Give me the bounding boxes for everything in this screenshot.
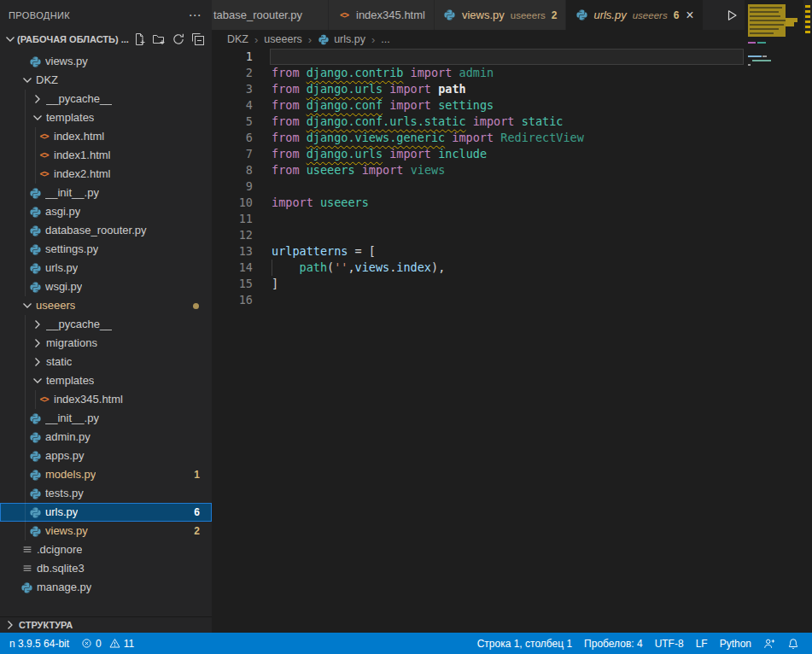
tree-item-index-html[interactable]: <>index.html — [0, 127, 212, 146]
line-number: 11 — [212, 211, 253, 227]
tree-item--dcignore[interactable]: .dcignore — [0, 540, 212, 559]
tree-item-db-sqlite3[interactable]: db.sqlite3 — [0, 559, 212, 578]
tab-close-icon[interactable]: × — [686, 9, 693, 22]
eol-status[interactable]: LF — [690, 638, 714, 650]
run-python-file-icon[interactable] — [723, 6, 740, 25]
breadcrumb: DKZ›useeers›urls.py›... — [212, 30, 812, 49]
refresh-icon[interactable] — [172, 32, 185, 46]
code-line-content: from django.urls import path — [272, 81, 466, 97]
line-number: 1 — [212, 49, 253, 65]
outline-section-header[interactable]: СТРУКТУРА — [0, 616, 212, 633]
code-line: 5from django.conf.urls.static import sta… — [212, 114, 812, 130]
tab-tabase-roouter-py[interactable]: tabase_roouter.py — [212, 0, 329, 30]
html-icon: <> — [38, 131, 50, 143]
tab-label: urls.py — [593, 9, 626, 21]
tree-item-templates[interactable]: templates — [0, 108, 212, 127]
code-line: 16 — [212, 292, 812, 308]
tree-item-label: db.sqlite3 — [37, 559, 85, 578]
python-version-status[interactable]: n 3.9.5 64-bit — [3, 638, 75, 650]
tab-label: views.py — [462, 9, 505, 21]
breadcrumb-item[interactable]: ... — [381, 33, 389, 45]
tree-item-urls-py[interactable]: urls.py6 — [0, 503, 212, 522]
code-line-content: from django.conf import settings — [272, 97, 494, 114]
cursor-position-status[interactable]: Строка 1, столбец 1 — [471, 638, 578, 650]
tree-item-models-py[interactable]: models.py1 — [0, 465, 212, 484]
tree-item-index1-html[interactable]: <>index1.html — [0, 146, 212, 165]
indent-guide — [25, 334, 26, 353]
tab-views-py[interactable]: views.pyuseeers2 — [435, 0, 566, 30]
breadcrumb-item[interactable]: DKZ — [227, 33, 248, 45]
overview-ruler[interactable] — [803, 0, 812, 633]
tree-item-index345-html[interactable]: <>index345.html — [0, 390, 212, 409]
language-mode-status[interactable]: Python — [714, 638, 757, 650]
indent-guide — [25, 315, 26, 334]
tree-item-label: __pycache__ — [46, 315, 112, 334]
code-line-content: from django.conf.urls.static import stat… — [272, 114, 563, 130]
python-icon — [29, 431, 42, 444]
tree-item--pycache-[interactable]: __pycache__ — [0, 90, 212, 108]
indent-guide — [25, 371, 26, 390]
tree-item-useeers[interactable]: useeers — [0, 296, 212, 315]
indent-guide — [25, 184, 26, 202]
problems-badge: 6 — [194, 503, 200, 522]
line-number: 13 — [212, 243, 253, 260]
tree-item-views-py[interactable]: views.py2 — [0, 522, 212, 540]
python-icon — [575, 9, 588, 22]
tree-item--init-py[interactable]: __init__.py — [0, 184, 212, 202]
indent-guide — [25, 409, 26, 428]
code-line-content: from django.contrib import admin — [272, 65, 494, 81]
tree-item-migrations[interactable]: migrations — [0, 334, 212, 353]
new-folder-icon[interactable] — [152, 32, 166, 46]
tree-item-static[interactable]: static — [0, 353, 212, 371]
tree-item-tests-py[interactable]: tests.py — [0, 484, 212, 503]
problems-badge: 1 — [194, 465, 200, 484]
tree-item-admin-py[interactable]: admin.py — [0, 428, 212, 447]
workspace-section-header[interactable]: (РАБОЧАЯ ОБЛАСТЬ) ... — [0, 30, 212, 49]
code-editor[interactable]: 12from django.contrib import admin3from … — [212, 49, 812, 633]
tree-item--pycache-[interactable]: __pycache__ — [0, 315, 212, 334]
minimap-line — [750, 28, 779, 30]
tree-item-label: migrations — [46, 334, 97, 353]
tree-item-label: templates — [46, 108, 94, 127]
tree-item-apps-py[interactable]: apps.py — [0, 447, 212, 465]
breadcrumb-separator: › — [254, 33, 258, 46]
tree-item--init-py[interactable]: __init__.py — [0, 409, 212, 428]
feedback-icon[interactable] — [757, 638, 781, 650]
minimap-line — [750, 24, 784, 26]
minimap[interactable] — [745, 0, 803, 633]
tree-item-templates[interactable]: templates — [0, 371, 212, 390]
minimap-warning-ext — [786, 22, 794, 26]
tab-urls-py[interactable]: urls.pyuseeers6× — [566, 0, 703, 30]
tree-item-dkz[interactable]: DKZ — [0, 71, 212, 90]
problems-badge: 2 — [194, 522, 200, 540]
breadcrumb-item[interactable]: urls.py — [334, 33, 365, 45]
tab-index345-html[interactable]: <>index345.html — [329, 0, 435, 30]
new-file-icon[interactable] — [132, 32, 146, 46]
status-left: n 3.9.5 64-bit 0 11 — [3, 638, 140, 650]
tree-item-manage-py[interactable]: manage.py — [0, 578, 212, 597]
tab-problems-badge: 2 — [552, 9, 558, 21]
minimap-line — [752, 60, 771, 61]
breadcrumb-separator: › — [308, 33, 312, 46]
tree-item-views-py[interactable]: views.py — [0, 52, 212, 71]
problems-status[interactable]: 0 11 — [75, 638, 140, 650]
breadcrumb-item[interactable]: useeers — [264, 33, 301, 45]
collapse-all-icon[interactable] — [191, 32, 205, 46]
tree-item-index2-html[interactable]: <>index2.html — [0, 165, 212, 184]
tree-item-asgi-py[interactable]: asgi.py — [0, 202, 212, 221]
tree-item-urls-py[interactable]: urls.py — [0, 259, 212, 277]
tab-problems-badge: 6 — [674, 9, 680, 21]
explorer-more-actions-icon[interactable]: ⋯ — [189, 8, 202, 23]
chevron-right-icon — [31, 336, 44, 350]
notifications-bell-icon[interactable] — [781, 638, 805, 650]
indentation-status[interactable]: Пробелов: 4 — [578, 638, 649, 650]
tree-item-settings-py[interactable]: settings.py — [0, 240, 212, 259]
tree-item-wsgi-py[interactable]: wsgi.py — [0, 277, 212, 296]
code-line-content: urlpatterns = [ — [272, 243, 376, 260]
tree-item-label: manage.py — [37, 578, 91, 597]
code-line: 9 — [212, 178, 812, 195]
tree-item-label: views.py — [45, 522, 88, 540]
tree-item-database-roouter-py[interactable]: database_roouter.py — [0, 221, 212, 240]
encoding-status[interactable]: UTF-8 — [649, 638, 690, 650]
indent-guide — [25, 465, 26, 484]
